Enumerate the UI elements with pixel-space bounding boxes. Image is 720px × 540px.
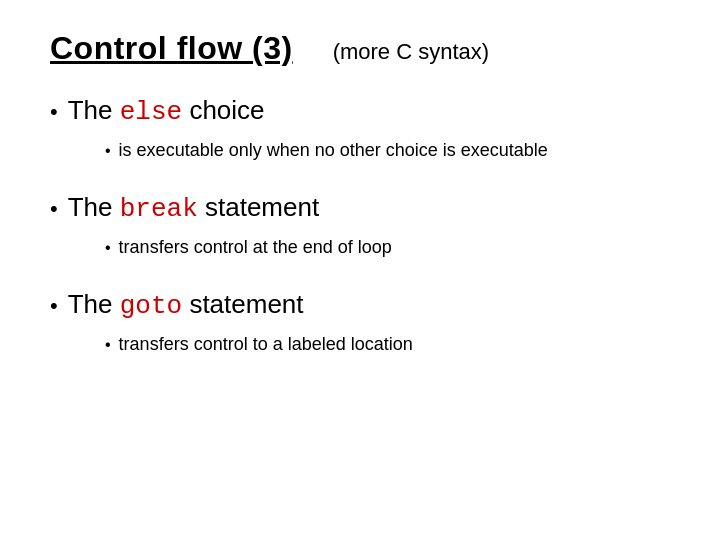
bullet-dot: • [50, 101, 58, 123]
sub-bullet-dot: • [105, 142, 111, 160]
sub-bullet-dot: • [105, 336, 111, 354]
main-bullet: •The break statement [50, 192, 670, 224]
text-suffix: statement [182, 289, 303, 319]
page-subtitle: (more C syntax) [333, 39, 489, 65]
sub-bullet-text: is executable only when no other choice … [119, 137, 548, 164]
page: Control flow (3) (more C syntax) •The el… [0, 0, 720, 540]
else-section: •The else choice•is executable only when… [50, 95, 670, 164]
text-prefix: The [68, 95, 120, 125]
sub-bullet-text: transfers control to a labeled location [119, 331, 413, 358]
main-bullet-text: The else choice [68, 95, 265, 127]
code-keyword: else [120, 97, 182, 127]
header: Control flow (3) (more C syntax) [50, 30, 670, 67]
break-section: •The break statement•transfers control a… [50, 192, 670, 261]
text-suffix: choice [182, 95, 264, 125]
page-title: Control flow (3) [50, 30, 293, 67]
sub-bullet-dot: • [105, 239, 111, 257]
goto-section: •The goto statement•transfers control to… [50, 289, 670, 358]
sub-bullet-text: transfers control at the end of loop [119, 234, 392, 261]
sub-bullet: •transfers control at the end of loop [105, 234, 670, 261]
code-keyword: goto [120, 291, 182, 321]
sections-container: •The else choice•is executable only when… [50, 95, 670, 358]
code-keyword: break [120, 194, 198, 224]
text-suffix: statement [198, 192, 319, 222]
bullet-dot: • [50, 198, 58, 220]
main-bullet: •The else choice [50, 95, 670, 127]
main-bullet-text: The break statement [68, 192, 319, 224]
main-bullet-text: The goto statement [68, 289, 304, 321]
sub-bullet: •is executable only when no other choice… [105, 137, 670, 164]
sub-bullet: •transfers control to a labeled location [105, 331, 670, 358]
main-bullet: •The goto statement [50, 289, 670, 321]
bullet-dot: • [50, 295, 58, 317]
text-prefix: The [68, 289, 120, 319]
text-prefix: The [68, 192, 120, 222]
